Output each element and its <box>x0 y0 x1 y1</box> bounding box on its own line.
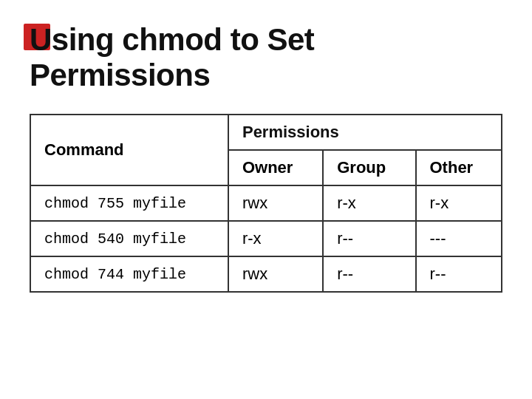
sub-header-group: Group <box>323 150 415 185</box>
command-cell: chmod 744 myfile <box>30 256 228 292</box>
permissions-table: Command Permissions Owner Group Other ch… <box>30 114 502 293</box>
other-cell: r-- <box>416 256 502 292</box>
column-header-command: Command <box>30 115 228 185</box>
command-cell: chmod 755 myfile <box>30 185 228 221</box>
group-cell: r-- <box>323 221 415 256</box>
column-header-permissions: Permissions <box>228 115 502 150</box>
group-cell: r-- <box>323 256 415 292</box>
table-row: chmod 540 myfiler-xr----- <box>30 221 502 256</box>
page-title: Using chmod to Set Permissions <box>30 22 502 93</box>
title-container: Using chmod to Set Permissions <box>30 22 502 93</box>
command-cell: chmod 540 myfile <box>30 221 228 256</box>
table-row: chmod 755 myfilerwxr-xr-x <box>30 185 502 221</box>
group-cell: r-x <box>323 185 415 221</box>
sub-header-other: Other <box>416 150 502 185</box>
sub-header-owner: Owner <box>228 150 323 185</box>
owner-cell: rwx <box>228 256 323 292</box>
other-cell: --- <box>416 221 502 256</box>
table-row: chmod 744 myfilerwxr--r-- <box>30 256 502 292</box>
owner-cell: r-x <box>228 221 323 256</box>
other-cell: r-x <box>416 185 502 221</box>
owner-cell: rwx <box>228 185 323 221</box>
